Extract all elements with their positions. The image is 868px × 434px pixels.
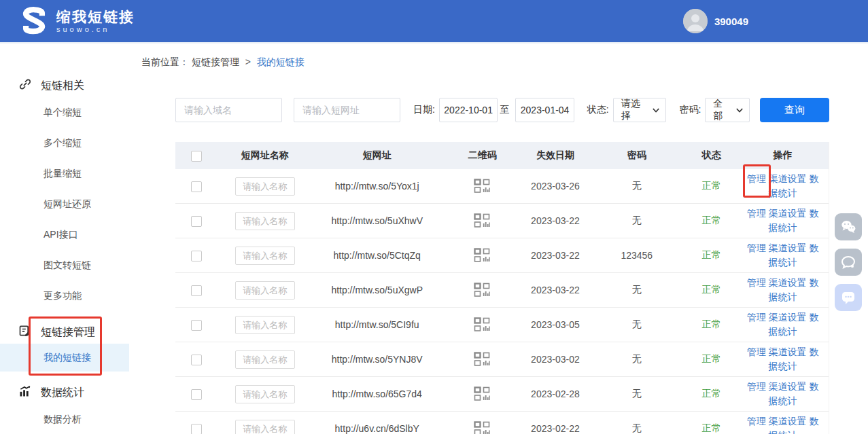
links-table: 短网址名称 短网址 二维码 失效日期 密码 状态 操作 http://mtw.s… — [175, 142, 829, 434]
message-icon — [840, 289, 856, 306]
chevron-down-icon — [736, 108, 743, 113]
search-button[interactable]: 查询 — [760, 98, 829, 122]
row-checkbox[interactable] — [191, 320, 202, 331]
date-range-separator: 至 — [500, 104, 509, 116]
qq-chat-button[interactable] — [835, 249, 862, 276]
qrcode-icon[interactable] — [474, 248, 491, 263]
manage-link[interactable]: 管理 — [747, 381, 766, 392]
qrcode-icon[interactable] — [474, 421, 491, 434]
qrcode-icon[interactable] — [474, 317, 491, 332]
date-from-input[interactable]: 2022-10-01 — [439, 98, 498, 122]
select-all-checkbox[interactable] — [191, 151, 202, 162]
expire-date: 2023-03-22 — [523, 285, 587, 295]
sidebar-item[interactable]: 我的短链接 — [0, 344, 129, 372]
breadcrumb-current-link[interactable]: 我的短链接 — [257, 56, 305, 67]
doc-edit-icon — [18, 324, 32, 340]
sidebar-section[interactable]: 短链接管理 — [0, 323, 129, 341]
sidebar-item[interactable]: 更多功能 — [0, 281, 129, 311]
channel-settings-link[interactable]: 渠道设置 — [769, 312, 807, 323]
col-header-qrcode: 二维码 — [442, 149, 523, 162]
sidebar-item[interactable]: 批量缩短 — [0, 158, 129, 189]
qrcode-icon[interactable] — [474, 352, 491, 367]
chat-bubble-icon — [840, 254, 856, 270]
short-url-text: http://mtw.so/5uXhwV — [313, 215, 442, 226]
row-actions: 管理 渠道设置 数据统计 — [744, 241, 822, 270]
qrcode-icon[interactable] — [474, 283, 491, 297]
row-name-input[interactable] — [235, 350, 295, 369]
short-url-text: http://mtw.so/65G7d4 — [313, 388, 442, 399]
sidebar-item[interactable]: API接口 — [0, 219, 129, 250]
qrcode-icon[interactable] — [474, 179, 491, 194]
row-name-input[interactable] — [235, 177, 295, 196]
sidebar-item[interactable]: 单个缩短 — [0, 97, 129, 128]
breadcrumb-section: 短链接管理 — [192, 56, 239, 67]
row-actions: 管理 渠道设置 数据统计 — [744, 380, 822, 408]
row-checkbox[interactable] — [191, 389, 202, 400]
password-value: 无 — [587, 388, 686, 400]
short-url-text: http://mtw.so/5CI9fu — [313, 319, 442, 330]
row-checkbox[interactable] — [191, 216, 202, 227]
row-checkbox[interactable] — [191, 285, 202, 296]
manage-link[interactable]: 管理 — [747, 346, 766, 357]
qrcode-icon[interactable] — [474, 213, 491, 228]
wechat-button[interactable] — [835, 213, 862, 240]
row-name-input[interactable] — [235, 385, 295, 403]
channel-settings-link[interactable]: 渠道设置 — [769, 242, 807, 253]
row-checkbox[interactable] — [191, 355, 202, 365]
short-url-input[interactable] — [294, 98, 400, 122]
sidebar-item[interactable]: 图文转短链 — [0, 250, 129, 281]
sidebar-section[interactable]: 短链相关 — [0, 77, 129, 94]
logo-title: 缩我短链接 — [56, 9, 135, 25]
date-to-input[interactable]: 2023-01-04 — [515, 98, 574, 122]
sidebar-item[interactable]: 数据分析 — [0, 404, 129, 434]
short-url-text: http://mtw.so/5Yox1j — [313, 181, 442, 192]
user-menu[interactable]: 390049 — [683, 9, 748, 33]
channel-settings-link[interactable]: 渠道设置 — [769, 277, 807, 288]
col-header-password: 密码 — [587, 149, 686, 162]
row-checkbox[interactable] — [191, 251, 202, 261]
channel-settings-link[interactable]: 渠道设置 — [769, 416, 807, 427]
sidebar-section[interactable]: 数据统计 — [0, 384, 129, 401]
manage-link[interactable]: 管理 — [747, 416, 766, 427]
row-actions: 管理 渠道设置 数据统计 — [744, 414, 822, 434]
domain-input[interactable] — [175, 98, 282, 122]
qrcode-icon[interactable] — [474, 386, 491, 401]
date-label: 日期: — [413, 104, 435, 116]
chart-icon — [18, 384, 32, 401]
expire-date: 2023-03-22 — [523, 215, 587, 226]
manage-link[interactable]: 管理 — [747, 277, 766, 288]
row-name-input[interactable] — [235, 212, 295, 230]
breadcrumb: 当前位置： 短链接管理 > 我的短链接 — [129, 42, 868, 69]
table-row: http://mtw.so/5YNJ8V 2023-03-02 无 正常 管理 … — [175, 342, 829, 377]
status-text: 正常 — [686, 422, 737, 434]
row-name-input[interactable] — [235, 420, 295, 434]
channel-settings-link[interactable]: 渠道设置 — [769, 346, 807, 357]
password-value: 无 — [587, 284, 686, 296]
sidebar-item[interactable]: 短网址还原 — [0, 189, 129, 219]
status-text: 正常 — [686, 353, 737, 365]
channel-settings-link[interactable]: 渠道设置 — [769, 381, 807, 392]
expire-date: 2023-03-05 — [523, 319, 587, 330]
manage-link[interactable]: 管理 — [747, 242, 766, 253]
status-select[interactable]: 请选择 — [613, 98, 667, 122]
logo[interactable]: 缩我短链接 suowo.cn — [19, 6, 135, 36]
col-header-expire: 失效日期 — [523, 149, 587, 162]
channel-settings-link[interactable]: 渠道设置 — [769, 173, 807, 184]
row-name-input[interactable] — [235, 316, 295, 334]
row-name-input[interactable] — [235, 281, 295, 300]
manage-link[interactable]: 管理 — [747, 208, 766, 219]
table-row: http://mtw.so/65G7d4 2023-02-28 无 正常 管理 … — [175, 377, 829, 412]
sidebar-item[interactable]: 多个缩短 — [0, 128, 129, 158]
row-name-input[interactable] — [235, 247, 295, 265]
logo-s-icon — [19, 6, 49, 36]
message-button[interactable] — [835, 284, 862, 311]
password-select[interactable]: 全部 — [705, 98, 750, 122]
row-checkbox[interactable] — [191, 424, 202, 434]
floating-buttons — [835, 213, 862, 311]
manage-link[interactable]: 管理 — [747, 312, 766, 323]
manage-link[interactable]: 管理 — [747, 173, 766, 184]
channel-settings-link[interactable]: 渠道设置 — [769, 208, 807, 219]
row-actions: 管理 渠道设置 数据统计 — [744, 345, 822, 374]
row-checkbox[interactable] — [191, 181, 202, 192]
expire-date: 2023-03-02 — [523, 354, 587, 365]
